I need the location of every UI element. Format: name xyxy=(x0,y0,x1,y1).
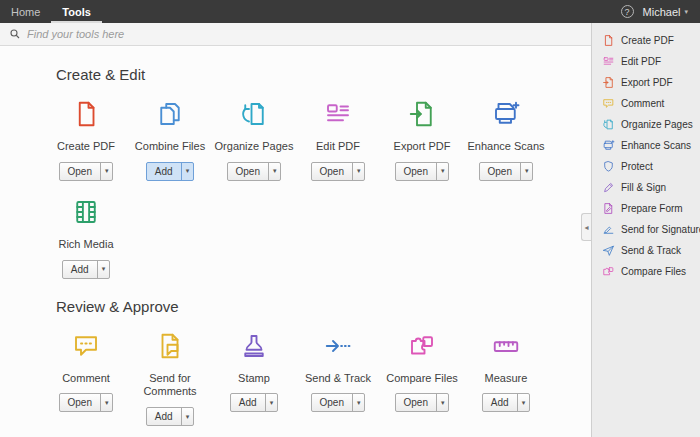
sidebar-item-label: Create PDF xyxy=(621,35,674,46)
tool-label: Rich Media xyxy=(58,238,113,252)
edit-pdf-open-button[interactable]: Open ▾ xyxy=(311,162,366,181)
tool-label: Combine Files xyxy=(135,140,205,154)
right-sidebar: Create PDF Edit PDF Export PDF Comment O… xyxy=(591,23,700,437)
sidebar-item-create-pdf[interactable]: Create PDF xyxy=(592,30,700,51)
chevron-down-icon[interactable]: ▾ xyxy=(100,163,113,180)
rich-media-add-button[interactable]: Add ▾ xyxy=(62,260,110,279)
send-for-comments-add-button[interactable]: Add ▾ xyxy=(146,407,194,426)
send-track-icon xyxy=(602,244,615,257)
collapse-arrow-icon: ◂ xyxy=(584,223,588,232)
chevron-down-icon[interactable]: ▾ xyxy=(181,408,194,425)
sidebar-item-label: Fill & Sign xyxy=(621,182,666,193)
edit-pdf-icon xyxy=(602,55,615,68)
tools-section: Review & Approve Comment Open ▾ Send for… xyxy=(0,298,591,427)
sidebar-item-comment[interactable]: Comment xyxy=(592,93,700,114)
sidebar-item-label: Edit PDF xyxy=(621,56,661,67)
tab-home[interactable]: Home xyxy=(0,0,51,23)
chevron-down-icon[interactable]: ▾ xyxy=(100,394,113,411)
sidebar-item-send-for-signature[interactable]: Send for Signature xyxy=(592,219,700,240)
rich-media-icon xyxy=(71,197,101,227)
chevron-down-icon[interactable]: ▾ xyxy=(97,261,110,278)
tool-stamp[interactable]: Stamp Add ▾ xyxy=(212,327,296,427)
create-pdf-open-button[interactable]: Open ▾ xyxy=(59,162,114,181)
chevron-down-icon[interactable]: ▾ xyxy=(436,163,449,180)
search-icon xyxy=(9,28,21,40)
tool-label: Edit PDF xyxy=(316,140,360,154)
chevron-down-icon[interactable]: ▾ xyxy=(265,394,278,411)
tool-label: Enhance Scans xyxy=(467,140,544,154)
chevron-down-icon[interactable]: ▾ xyxy=(268,163,281,180)
tool-create-pdf[interactable]: Create PDF Open ▾ xyxy=(44,95,128,181)
tool-button-label: Add xyxy=(231,394,265,411)
create-pdf-icon xyxy=(71,99,101,129)
user-menu[interactable]: Michael ▾ xyxy=(643,6,688,18)
sidebar-item-protect[interactable]: Protect xyxy=(592,156,700,177)
combine-files-add-button[interactable]: Add ▾ xyxy=(146,162,194,181)
stamp-add-button[interactable]: Add ▾ xyxy=(230,393,278,412)
tool-button-label: Add xyxy=(147,408,181,425)
enhance-scans-open-button[interactable]: Open ▾ xyxy=(479,162,534,181)
sidebar-item-export-pdf[interactable]: Export PDF xyxy=(592,72,700,93)
sidebar-item-send-track[interactable]: Send & Track xyxy=(592,240,700,261)
help-icon[interactable]: ? xyxy=(621,5,634,18)
tool-send-track[interactable]: Send & Track Open ▾ xyxy=(296,327,380,427)
comment-open-button[interactable]: Open ▾ xyxy=(59,393,114,412)
enhance-scans-icon xyxy=(602,139,615,152)
sidebar-item-prepare-form[interactable]: Prepare Form xyxy=(592,198,700,219)
search-input[interactable] xyxy=(27,28,447,40)
send-track-icon xyxy=(323,331,353,361)
tool-send-for-comments[interactable]: Send for Comments Add ▾ xyxy=(128,327,212,427)
section-title: Review & Approve xyxy=(56,298,591,315)
tool-measure[interactable]: Measure Add ▾ xyxy=(464,327,548,427)
tool-label: Measure xyxy=(485,372,528,386)
tool-button-label: Open xyxy=(60,394,100,411)
chevron-down-icon[interactable]: ▾ xyxy=(352,163,365,180)
measure-add-button[interactable]: Add ▾ xyxy=(482,393,530,412)
sidebar-item-label: Protect xyxy=(621,161,653,172)
chevron-down-icon[interactable]: ▾ xyxy=(436,394,449,411)
send-track-open-button[interactable]: Open ▾ xyxy=(311,393,366,412)
tool-button-label: Open xyxy=(312,394,352,411)
tool-comment[interactable]: Comment Open ▾ xyxy=(44,327,128,427)
tool-enhance-scans[interactable]: Enhance Scans Open ▾ xyxy=(464,95,548,181)
tools-panel: Create & Edit Create PDF Open ▾ Combine … xyxy=(0,47,591,437)
sidebar-item-label: Export PDF xyxy=(621,77,673,88)
tool-compare-files[interactable]: Compare Files Open ▾ xyxy=(380,327,464,427)
export-pdf-open-button[interactable]: Open ▾ xyxy=(395,162,450,181)
chevron-down-icon[interactable]: ▾ xyxy=(517,394,530,411)
tool-combine-files[interactable]: Combine Files Add ▾ xyxy=(128,95,212,181)
sidebar-collapse-button[interactable]: ◂ xyxy=(581,213,591,241)
tool-edit-pdf[interactable]: Edit PDF Open ▾ xyxy=(296,95,380,181)
sidebar-item-organize-pages[interactable]: Organize Pages xyxy=(592,114,700,135)
measure-icon xyxy=(491,331,521,361)
chevron-down-icon[interactable]: ▾ xyxy=(520,163,533,180)
sidebar-item-compare-files[interactable]: Compare Files xyxy=(592,261,700,282)
tool-label: Stamp xyxy=(238,372,270,386)
tool-label: Send for Comments xyxy=(128,372,212,400)
edit-pdf-icon xyxy=(323,99,353,129)
tool-button-label: Open xyxy=(312,163,352,180)
sidebar-item-edit-pdf[interactable]: Edit PDF xyxy=(592,51,700,72)
user-name: Michael xyxy=(643,6,681,18)
tool-row: Create PDF Open ▾ Combine Files Add ▾ Or… xyxy=(0,95,591,181)
sidebar-item-enhance-scans[interactable]: Enhance Scans xyxy=(592,135,700,156)
sidebar-item-label: Prepare Form xyxy=(621,203,683,214)
tab-tools[interactable]: Tools xyxy=(51,0,102,23)
organize-pages-open-button[interactable]: Open ▾ xyxy=(227,162,282,181)
tool-label: Compare Files xyxy=(386,372,458,386)
protect-icon xyxy=(602,160,615,173)
sidebar-item-label: Comment xyxy=(621,98,664,109)
tool-organize-pages[interactable]: Organize Pages Open ▾ xyxy=(212,95,296,181)
export-pdf-icon xyxy=(602,76,615,89)
send-for-comments-icon xyxy=(155,331,185,361)
tool-label: Send & Track xyxy=(305,372,371,386)
tool-rich-media[interactable]: Rich Media Add ▾ xyxy=(44,193,128,279)
tool-export-pdf[interactable]: Export PDF Open ▾ xyxy=(380,95,464,181)
fill-sign-icon xyxy=(602,181,615,194)
section-title: Create & Edit xyxy=(56,66,591,83)
chevron-down-icon[interactable]: ▾ xyxy=(181,163,194,180)
chevron-down-icon[interactable]: ▾ xyxy=(352,394,365,411)
compare-files-open-button[interactable]: Open ▾ xyxy=(395,393,450,412)
organize-pages-icon xyxy=(602,118,615,131)
sidebar-item-fill-sign[interactable]: Fill & Sign xyxy=(592,177,700,198)
